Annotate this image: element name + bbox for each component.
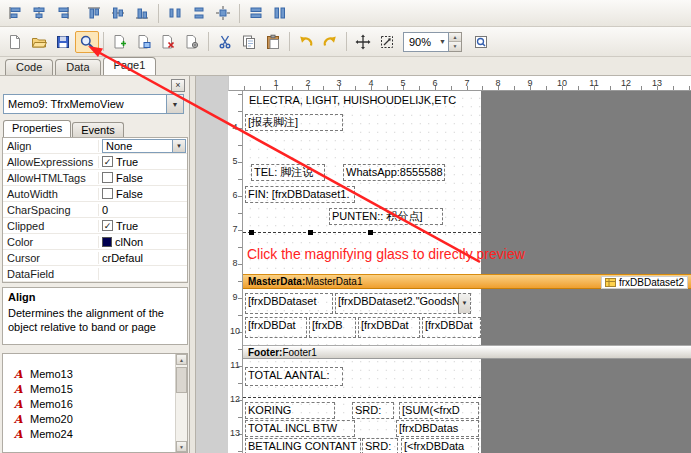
- memo-cell-goodsname[interactable]: [frxDBDataset2."GoodsNA ▼: [335, 293, 471, 314]
- spin-up-icon[interactable]: ▲: [449, 33, 461, 43]
- scroll-down-icon[interactable]: ▼: [176, 441, 187, 452]
- band-resize-line[interactable]: [243, 232, 481, 233]
- field-dropdown-button[interactable]: ▼: [458, 293, 471, 314]
- zoom-select[interactable]: 90% ▼: [403, 32, 449, 52]
- tree-item-memo13[interactable]: A Memo13: [3, 367, 187, 382]
- property-row-autowidth[interactable]: AutoWidth False: [3, 186, 187, 202]
- property-row-align[interactable]: Align None ▼: [3, 138, 187, 154]
- property-row-cursor[interactable]: Cursor crDefaul: [3, 250, 187, 266]
- tree-item-memo16[interactable]: A Memo16: [3, 397, 187, 412]
- align-vertical-centers-button[interactable]: [106, 2, 130, 24]
- out-of-page-area: [481, 91, 691, 453]
- object-selector-combobox[interactable]: Memo9: TfrxMemoView ▼: [3, 94, 184, 114]
- new-dialog-page-button[interactable]: [132, 31, 156, 53]
- memo-cell-3[interactable]: [frxDBDat: [358, 317, 420, 338]
- memo-cell-4[interactable]: [frxDBDat: [422, 317, 481, 338]
- new-page-button[interactable]: [108, 31, 132, 53]
- memo-srd-2[interactable]: SRD:: [362, 438, 398, 453]
- zoom-page-icon: [473, 34, 489, 50]
- resize-handle[interactable]: [368, 230, 373, 235]
- copy-button[interactable]: [237, 31, 261, 53]
- checkbox[interactable]: ✓: [102, 220, 113, 231]
- design-page[interactable]: [243, 91, 481, 453]
- preview-button[interactable]: [75, 31, 99, 53]
- space-equally-vertically-button[interactable]: [187, 2, 211, 24]
- memo-punten[interactable]: PUNTEN:: 积分点]: [329, 208, 443, 225]
- move-tool-button[interactable]: [351, 31, 375, 53]
- memo-total-incl-value[interactable]: [frxDBDatas: [396, 420, 479, 437]
- property-row-allowhtmltags[interactable]: AllowHTMLTags False: [3, 170, 187, 186]
- align-tops-button[interactable]: [82, 2, 106, 24]
- memo-cell-2[interactable]: [frxDB: [309, 317, 356, 338]
- memo-tel[interactable]: TEL: 脚注说: [251, 164, 325, 181]
- center-on-band-button[interactable]: [211, 2, 235, 24]
- tree-item-memo20[interactable]: A Memo20: [3, 412, 187, 427]
- memo-total-aantal[interactable]: TOTAL AANTAL:: [245, 367, 343, 386]
- tree-scrollbar[interactable]: ▲ ▼: [175, 354, 187, 452]
- band-header-masterdata[interactable]: MasterData: MasterData1 frxDBDataset2: [243, 274, 691, 289]
- zoom-spinner[interactable]: ▲ ▼: [449, 32, 462, 52]
- spin-down-icon[interactable]: ▼: [449, 42, 461, 51]
- align-bottoms-button[interactable]: [130, 2, 154, 24]
- memo-srd-1[interactable]: SRD:: [352, 402, 394, 419]
- memo-whatsapp[interactable]: WhatsApp:8555588: [343, 164, 445, 181]
- memo-cell-1[interactable]: [frxDBDat: [245, 317, 307, 338]
- open-report-button[interactable]: [27, 31, 51, 53]
- memo-betaling-contant[interactable]: BETALING CONTANT: [245, 438, 361, 453]
- resize-handle[interactable]: [308, 230, 313, 235]
- align-left-edges-button[interactable]: [3, 2, 27, 24]
- zoom-page-button[interactable]: [469, 31, 493, 53]
- chevron-down-icon[interactable]: ▼: [166, 95, 183, 113]
- horizontal-ruler[interactable]: 1 2 3 4 5 6 7 8 9 10 11 12 13: [228, 76, 691, 91]
- tab-data[interactable]: Data: [55, 59, 100, 75]
- tree-item-memo15[interactable]: A Memo15: [3, 382, 187, 397]
- redo-button[interactable]: [318, 31, 342, 53]
- memo-betaling-value[interactable]: [<frxDBData: [401, 438, 479, 453]
- save-report-button[interactable]: [51, 31, 75, 53]
- zoom-value: 90%: [409, 36, 431, 48]
- tab-properties[interactable]: Properties: [3, 120, 71, 137]
- scroll-up-icon[interactable]: ▲: [176, 354, 187, 365]
- same-width-button[interactable]: [244, 2, 268, 24]
- memo-icon: A: [14, 397, 23, 412]
- color-swatch[interactable]: [102, 237, 112, 247]
- memo-header[interactable]: ELECTRA, LIGHT, HUISHOUDELIJK,ETC: [247, 93, 465, 108]
- space-equally-horizontally-button[interactable]: [163, 2, 187, 24]
- resize-handle[interactable]: [249, 230, 254, 235]
- page-settings-icon: [184, 34, 200, 50]
- band-header-footer[interactable]: Footer: Footer1: [243, 345, 691, 359]
- memo-fin[interactable]: FIN: [frxDBDataset1.: [245, 186, 355, 203]
- delete-page-button[interactable]: [156, 31, 180, 53]
- memo-footnote[interactable]: [报表脚注]: [245, 114, 343, 131]
- tab-events[interactable]: Events: [72, 122, 124, 137]
- cut-button[interactable]: [213, 31, 237, 53]
- tab-page1[interactable]: Page1: [103, 57, 157, 75]
- paste-button[interactable]: [261, 31, 285, 53]
- same-height-button[interactable]: [268, 2, 292, 24]
- align-right-edges-button[interactable]: [51, 2, 75, 24]
- undo-button[interactable]: [294, 31, 318, 53]
- checkbox[interactable]: [102, 188, 113, 199]
- property-row-allowexpressions[interactable]: AllowExpressions ✓ True: [3, 154, 187, 170]
- property-row-clipped[interactable]: Clipped ✓ True: [3, 218, 187, 234]
- tree-item-memo24[interactable]: A Memo24: [3, 427, 187, 442]
- memo-koring[interactable]: KORING: [245, 402, 335, 419]
- checkbox[interactable]: [102, 172, 113, 183]
- property-row-datafield[interactable]: DataField: [3, 266, 187, 282]
- scrollbar-thumb[interactable]: [176, 367, 187, 393]
- memo-sum[interactable]: [SUM(<frxD: [399, 402, 479, 419]
- memo-total-incl-btw[interactable]: TOTAL INCL BTW: [245, 420, 355, 437]
- vertical-ruler[interactable]: 4 5 6 7 8 9 10 11 12 13: [228, 91, 243, 453]
- memo-cell-dataset[interactable]: [frxDBDataset: [245, 293, 333, 314]
- new-report-button[interactable]: [3, 31, 27, 53]
- align-horizontal-centers-button[interactable]: [27, 2, 51, 24]
- close-inspector-button[interactable]: ×: [171, 79, 185, 92]
- scale-tool-button[interactable]: [375, 31, 399, 53]
- tab-code[interactable]: Code: [5, 59, 53, 75]
- dataset-chip[interactable]: frxDBDataset2: [601, 276, 688, 289]
- checkbox[interactable]: ✓: [102, 156, 113, 167]
- page-settings-button[interactable]: [180, 31, 204, 53]
- property-row-charspacing[interactable]: CharSpacing 0: [3, 202, 187, 218]
- align-value-dropdown[interactable]: None ▼: [102, 139, 186, 153]
- property-row-color[interactable]: Color clNon: [3, 234, 187, 250]
